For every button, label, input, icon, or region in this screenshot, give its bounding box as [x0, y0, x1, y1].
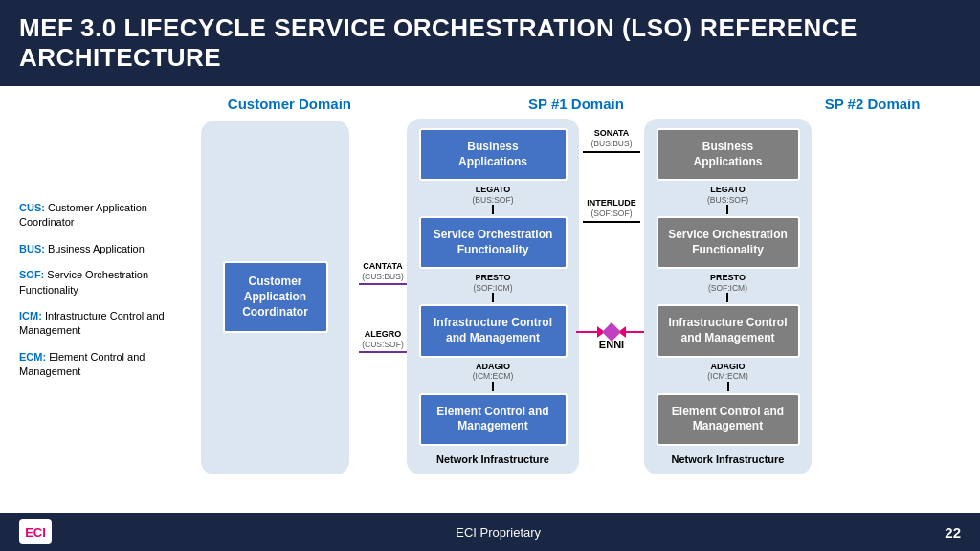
sp2-icm-wrapper: Infrastructure Controland Management — [652, 304, 804, 357]
sp1-adagio-api: (ICM:ECM) — [473, 371, 514, 381]
sp2-icm-box: Infrastructure Controland Management — [657, 304, 800, 357]
sp2-domain-bubble: BusinessApplications LEGATO (BUS:SOF) Se… — [644, 119, 812, 474]
sp2-ecm-wrapper: Element Control andManagement — [652, 393, 804, 446]
page-footer: ECI ECI Proprietary 22 — [0, 513, 980, 551]
sp2-legato-label: LEGATO — [710, 185, 746, 195]
legend-item-bus: BUS: Business Application — [19, 242, 182, 256]
alegro-api: (CUS:SOF) — [362, 340, 403, 349]
sp1-icm-wrapper: Infrastructure Controland Management — [414, 304, 571, 357]
customer-domain-label: Customer Domain — [228, 96, 351, 112]
sp2-domain-label: SP #2 Domain — [825, 96, 921, 112]
legend-item-sof: SOF: Service Orchestration Functionality — [19, 268, 182, 298]
sp1-network-infra: Network Infrastructure — [436, 453, 549, 465]
sp1-presto-label: PRESTO — [476, 273, 511, 283]
sp1-domain-bubble: BusinessApplications LEGATO (BUS:SOF) Se… — [407, 119, 579, 474]
footer-page-number: 22 — [945, 524, 961, 540]
sp2-adagio-label: ADAGIO — [711, 362, 746, 372]
main-content: CUS: Customer Application Coordinator BU… — [0, 86, 980, 513]
sp2-network-infra: Network Infrastructure — [672, 453, 785, 465]
eci-logo: ECI — [19, 519, 52, 544]
sp1-domain-label: SP #1 Domain — [528, 96, 624, 112]
footer-proprietary: ECI Proprietary — [456, 525, 541, 540]
alegro-label: ALEGRO — [365, 329, 402, 340]
sp2-legato-api: (BUS:SOF) — [707, 195, 748, 205]
customer-application-coordinator-box: CustomerApplicationCoordinator — [223, 261, 328, 333]
sp2-sof-wrapper: Service OrchestrationFunctionality — [652, 216, 804, 269]
sp2-adagio-api: (ICM:ECM) — [707, 371, 748, 381]
legend-item-ecm: ECM: Element Control and Management — [19, 350, 182, 380]
sp1-sof-box: Service OrchestrationFunctionality — [419, 216, 568, 269]
sonata-api: (BUS:BUS) — [591, 139, 633, 148]
legend-item-cus: CUS: Customer Application Coordinator — [19, 201, 182, 231]
sp2-ecm-box: Element Control andManagement — [657, 393, 800, 446]
sp1-legato-label: LEGATO — [476, 185, 511, 195]
sp2-business-applications-box: BusinessApplications — [657, 128, 800, 181]
interlude-label: INTERLUDE — [587, 198, 636, 209]
sp2-business-apps-wrapper: BusinessApplications — [652, 128, 804, 181]
sp1-business-applications-box: BusinessApplications — [419, 128, 568, 181]
cantata-label: CANTATA — [363, 261, 403, 272]
sp1-icm-box: Infrastructure Controland Management — [419, 304, 568, 357]
legend-panel: CUS: Customer Application Coordinator BU… — [0, 86, 191, 513]
sp1-legato-api: (BUS:SOF) — [473, 195, 514, 205]
sp1-adagio-label: ADAGIO — [476, 362, 510, 372]
page-header: MEF 3.0 LIFECYCLE SERVICE ORCHESTRATION … — [0, 0, 980, 86]
cantata-api: (CUS:BUS) — [362, 272, 403, 281]
domain-labels-row: Customer Domain SP #1 Domain SP #2 Domai… — [201, 96, 970, 119]
sp1-ecm-wrapper: Element Control andManagement — [414, 393, 571, 446]
sp2-presto-api: (SOF:ICM) — [708, 283, 747, 293]
page-title: MEF 3.0 LIFECYCLE SERVICE ORCHESTRATION … — [19, 13, 961, 73]
sp1-ecm-box: Element Control andManagement — [419, 393, 568, 446]
legend-item-icm: ICM: Infrastructure Control and Manageme… — [19, 309, 182, 339]
sp2-sof-box: Service OrchestrationFunctionality — [657, 216, 800, 269]
interlude-api: (SOF:SOF) — [591, 209, 633, 218]
sonata-label: SONATA — [594, 128, 630, 139]
customer-domain-bubble: CustomerApplicationCoordinator — [201, 121, 349, 474]
architecture-diagram: Customer Domain SP #1 Domain SP #2 Domai… — [191, 86, 980, 513]
sp1-business-apps-wrapper: BusinessApplications — [414, 128, 571, 181]
sp1-presto-api: (SOF:ICM) — [473, 283, 512, 293]
sp1-sof-wrapper: Service OrchestrationFunctionality — [414, 216, 571, 269]
sp2-presto-label: PRESTO — [710, 273, 746, 283]
